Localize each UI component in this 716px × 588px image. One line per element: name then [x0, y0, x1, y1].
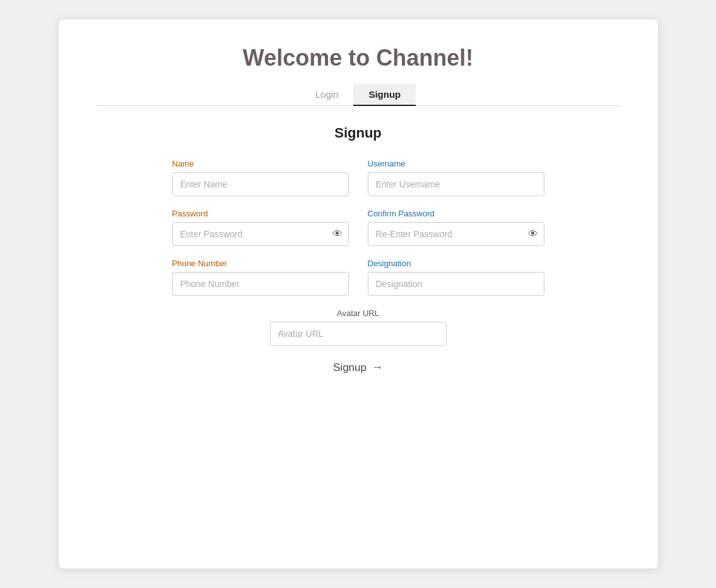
avatar-group: Avatar URL — [270, 309, 447, 346]
phone-label: Phone Number — [172, 259, 349, 268]
password-input[interactable] — [172, 222, 349, 246]
confirm-password-label: Confirm Password — [368, 209, 544, 218]
signup-button[interactable]: Signup → — [333, 361, 383, 374]
confirm-password-wrapper: 👁 — [368, 222, 544, 246]
main-card: Welcome to Channel! Login Signup Signup … — [59, 20, 658, 568]
username-group: Username — [368, 159, 544, 196]
form-row-1: Name Username — [97, 159, 620, 196]
avatar-row: Avatar URL — [97, 309, 620, 346]
form-row-2: Password 👁 Confirm Password 👁 — [97, 209, 620, 246]
confirm-password-input[interactable] — [368, 222, 544, 246]
tab-login[interactable]: Login — [300, 84, 354, 106]
tab-signup[interactable]: Signup — [353, 84, 416, 106]
signup-button-label: Signup — [333, 362, 367, 374]
name-input[interactable] — [172, 172, 349, 196]
password-label: Password — [172, 209, 349, 218]
arrow-icon: → — [372, 361, 383, 374]
name-group: Name — [172, 159, 349, 196]
username-input[interactable] — [368, 172, 544, 196]
submit-row: Signup → — [97, 361, 620, 374]
password-wrapper: 👁 — [172, 222, 349, 246]
phone-input[interactable] — [172, 272, 349, 296]
avatar-url-input[interactable] — [270, 322, 447, 346]
username-label: Username — [368, 159, 544, 168]
designation-group: Designation — [368, 259, 544, 296]
phone-group: Phone Number — [172, 259, 349, 296]
password-toggle-icon[interactable]: 👁 — [332, 228, 343, 240]
designation-label: Designation — [368, 259, 544, 268]
name-label: Name — [172, 159, 349, 168]
tab-bar: Login Signup — [97, 84, 620, 106]
confirm-password-toggle-icon[interactable]: 👁 — [528, 228, 538, 240]
confirm-password-group: Confirm Password 👁 — [368, 209, 544, 246]
designation-input[interactable] — [368, 272, 544, 296]
form-row-3: Phone Number Designation — [97, 259, 620, 296]
app-title: Welcome to Channel! — [97, 45, 620, 71]
password-group: Password 👁 — [172, 209, 349, 246]
avatar-label: Avatar URL — [337, 309, 379, 318]
form-title: Signup — [97, 125, 620, 141]
